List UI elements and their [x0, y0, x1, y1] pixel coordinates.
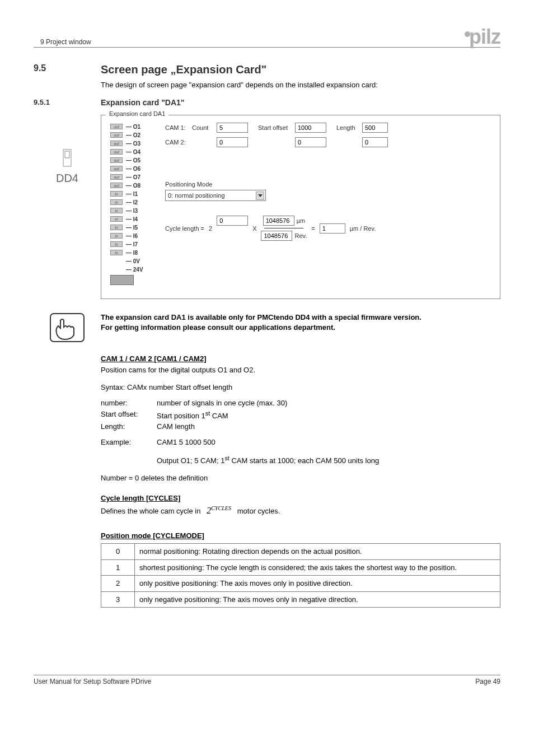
posmode-table: 0normal positioning: Rotating direction …: [101, 543, 500, 608]
cycle-result-input[interactable]: [320, 223, 345, 234]
cycle-den-unit: Rev.: [294, 232, 307, 239]
io-indicator: In: [110, 225, 123, 230]
io-indicator: In: [110, 233, 123, 239]
breadcrumb: 9 Project window: [34, 38, 91, 46]
footer-right: Page 49: [475, 678, 500, 685]
subsection-title: Expansion card "DA1": [101, 98, 184, 107]
io-indicator: out: [110, 174, 123, 180]
cycle-text: Defines the whole cam cycle in 2CYCLES m…: [101, 505, 500, 517]
cycle-num-input[interactable]: [263, 216, 294, 226]
io-connector: [110, 275, 134, 285]
io-indicator: In: [110, 199, 123, 205]
io-indicator: In: [110, 241, 123, 247]
expansion-card-groupbox: Expansion card DA1 out— O1 out— O2 out— …: [101, 115, 500, 299]
io-label: O7: [133, 174, 140, 180]
cam2-count-input[interactable]: [217, 137, 248, 147]
io-label: O5: [133, 157, 140, 164]
io-indicator: out: [110, 157, 123, 163]
cycle-heading: Cycle length [CYCLES]: [101, 493, 500, 503]
io-indicator: out: [110, 166, 123, 171]
logo: pilz: [465, 28, 500, 46]
section-number: 9.5: [34, 63, 101, 76]
cam2-row: CAM 2:: [165, 137, 491, 147]
positioning-mode-label: Positioning Mode: [165, 181, 491, 188]
cycle-exp-base: 2: [209, 225, 212, 232]
cam1-label: CAM 1:: [165, 124, 188, 131]
cam2-start-input[interactable]: [295, 137, 326, 147]
device-icon-column: DD4: [34, 115, 101, 299]
subsection-number: 9.5.1: [34, 98, 101, 107]
svg-marker-2: [258, 194, 263, 197]
length-label: Length: [336, 124, 358, 131]
cycle-exp-input[interactable]: [217, 216, 248, 226]
cam1-count-input[interactable]: [217, 123, 248, 133]
io-indicator: out: [110, 132, 123, 138]
io-label: I7: [133, 241, 138, 248]
positioning-mode-value: 0: normal positioning: [168, 192, 225, 199]
logo-text: pilz: [469, 25, 500, 48]
io-indicator: out: [110, 124, 123, 129]
io-indicator: In: [110, 208, 123, 213]
section-heading: 9.5 Screen page „Expansion Card": [34, 63, 500, 76]
io-indicator: out: [110, 149, 123, 155]
posmode-desc: shortest positioning: The cycle length i…: [135, 559, 500, 576]
note-line2: For getting information please consult o…: [101, 323, 500, 333]
io-indicator: In: [110, 191, 123, 197]
io-label: I2: [133, 199, 138, 206]
cycle-x: X: [252, 225, 256, 232]
io-label: I6: [133, 233, 138, 239]
chevron-down-icon: [256, 192, 264, 200]
io-label: I3: [133, 208, 138, 214]
cycle-fraction: µm Rev.: [261, 216, 307, 241]
io-terminal-panel: out— O1 out— O2 out— O3 out— O4 out— O5 …: [110, 123, 154, 285]
io-label: I8: [133, 250, 138, 256]
param-key: Start offset:: [101, 409, 157, 421]
io-indicator: In: [110, 216, 123, 222]
note-line1: The expansion card DA1 is available only…: [101, 312, 500, 323]
example-key: Example:: [101, 437, 157, 447]
cycle-den-input[interactable]: [261, 231, 292, 241]
start-offset-label: Start offset: [258, 124, 291, 131]
page-footer: User Manual for Setup Software PDrive Pa…: [34, 675, 500, 685]
cam1-length-input[interactable]: [362, 123, 388, 133]
param-key: number:: [101, 398, 157, 408]
posmode-desc: only negative positioning: The axis move…: [135, 591, 500, 608]
hand-pointer-icon: [34, 312, 101, 343]
device-label: DD4: [56, 172, 78, 185]
param-val: number of signals in one cycle (max. 30): [157, 398, 500, 408]
io-label: O4: [133, 149, 140, 155]
device-icon: [60, 148, 74, 170]
io-label: O8: [133, 183, 140, 189]
cycle-result-unit: µm / Rev.: [350, 225, 376, 232]
example-desc: Output O1; 5 CAM; 1st CAM starts at 1000…: [157, 454, 500, 466]
section-intro: The design of screen page "expansion car…: [101, 81, 500, 89]
table-row: 3only negative positioning: The axis mov…: [101, 591, 500, 608]
cycle-length-label: Cycle length =: [165, 225, 204, 232]
subsection-heading: 9.5.1 Expansion card "DA1": [34, 98, 500, 107]
io-indicator: out: [110, 183, 123, 188]
cycle-equals: =: [311, 225, 315, 232]
io-label: O1: [133, 124, 140, 130]
io-indicator: In: [110, 250, 123, 255]
io-label: O3: [133, 141, 140, 147]
cam-delete-note: Number = 0 deletes the definition: [101, 473, 500, 483]
io-label: I1: [133, 191, 138, 197]
cam1-start-input[interactable]: [295, 123, 326, 133]
posmode-heading: Position mode [CYCLEMODE]: [101, 531, 500, 541]
table-row: 2only positive positioning: The axis mov…: [101, 576, 500, 592]
cam1-row: CAM 1: Count Start offset Length: [165, 123, 491, 133]
section-title: Screen page „Expansion Card": [101, 63, 266, 76]
posmode-num: 3: [101, 591, 135, 608]
posmode-num: 0: [101, 543, 135, 559]
io-label: I5: [133, 225, 138, 231]
example-val: CAM1 5 1000 500: [157, 437, 500, 447]
cam2-length-input[interactable]: [362, 137, 388, 147]
io-label: 0V: [133, 258, 140, 264]
io-label: O2: [133, 132, 140, 138]
positioning-mode-select[interactable]: 0: normal positioning: [165, 190, 266, 201]
groupbox-label: Expansion card DA1: [107, 110, 167, 117]
cycle-length-block: Cycle length = 2 X µm Rev.: [165, 216, 491, 241]
table-row: 1shortest positioning: The cycle length …: [101, 559, 500, 576]
cam2-label: CAM 2:: [165, 139, 188, 146]
param-val: Start position 1st CAM: [157, 409, 500, 421]
